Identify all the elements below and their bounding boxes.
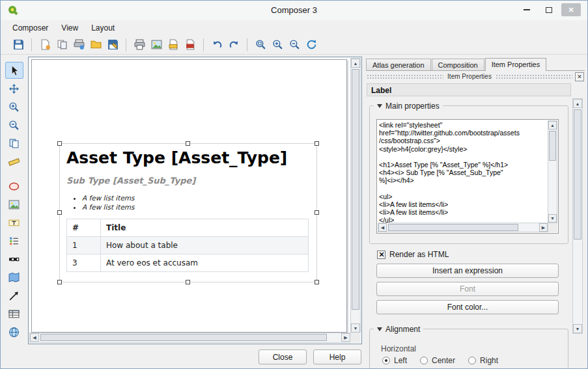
zoom-full-icon[interactable] [252, 36, 269, 53]
export-as-pdf-icon[interactable] [182, 36, 199, 53]
selection-handle-bottom[interactable] [186, 280, 190, 284]
zoom-out-tool-icon[interactable] [5, 116, 23, 133]
alignment-legend[interactable]: Alignment [374, 325, 423, 334]
alignment-title: Alignment [385, 325, 420, 334]
titlebar: Composer 3 [1, 1, 587, 20]
add-attribute-table-icon[interactable] [5, 305, 23, 322]
radio-right-label[interactable]: Right [480, 356, 498, 365]
scroll-left-arrow[interactable]: ◀ [378, 223, 387, 232]
scroll-up-arrow[interactable]: ▲ [351, 59, 360, 68]
menu-layout[interactable]: Layout [85, 21, 121, 35]
radio-center[interactable] [420, 357, 428, 364]
scroll-thumb[interactable] [40, 334, 327, 341]
dock-close-icon[interactable]: ✕ [575, 72, 584, 81]
scroll-thumb[interactable] [388, 224, 518, 231]
scroll-right-arrow[interactable]: ▶ [539, 223, 548, 232]
redo-icon[interactable] [225, 36, 242, 53]
export-as-svg-icon[interactable] [165, 36, 182, 53]
add-image-icon[interactable] [5, 196, 23, 213]
canvas-horizontal-scrollbar[interactable]: ◀ ▶ [29, 333, 351, 343]
tab-atlas-generation[interactable]: Atlas generation [366, 59, 431, 70]
selection-handle-right[interactable] [315, 210, 319, 215]
font-color-button[interactable]: Font color... [376, 300, 559, 314]
menu-view[interactable]: View [55, 21, 85, 35]
close-button[interactable]: Close [259, 349, 307, 364]
scroll-thumb[interactable] [574, 109, 581, 239]
scroll-right-arrow[interactable]: ▶ [341, 333, 350, 342]
new-composer-icon[interactable] [36, 36, 53, 53]
item-type-header: Label [367, 83, 571, 96]
scroll-down-arrow[interactable]: ▼ [548, 214, 557, 223]
tab-composition[interactable]: Composition [432, 59, 484, 70]
label-item[interactable]: Asset Type [Asset_Type] Sub Type [Asset_… [59, 143, 317, 282]
minimize-button[interactable] [517, 3, 537, 16]
panel-vertical-scrollbar[interactable]: ▲ ▼ [572, 98, 583, 334]
scroll-thumb[interactable] [549, 131, 556, 161]
duplicate-composer-icon[interactable] [53, 36, 70, 53]
export-as-image-icon[interactable] [148, 36, 165, 53]
minimize-icon [524, 9, 530, 10]
table-header-cell: Title [101, 219, 309, 237]
dock-title: Item Properties [443, 73, 496, 80]
rendered-heading: Asset Type [Asset_Type] [66, 148, 310, 167]
add-html-frame-icon[interactable] [5, 323, 23, 340]
help-button[interactable]: Help [313, 349, 361, 364]
paper-page: Asset Type [Asset_Type] Sub Type [Asset_… [31, 59, 347, 333]
ruler-icon[interactable] [5, 153, 23, 170]
editor-vertical-scrollbar[interactable]: ▲ ▼ [548, 120, 557, 223]
zoom-in-icon[interactable] [269, 36, 286, 53]
save-project-icon[interactable] [10, 36, 27, 53]
maximize-button[interactable] [539, 3, 559, 16]
selection-handle-left[interactable] [57, 210, 62, 215]
scroll-up-arrow[interactable]: ▲ [548, 121, 557, 130]
canvas-vertical-scrollbar[interactable]: ▲ ▼ [350, 58, 361, 333]
refresh-view-icon[interactable] [303, 36, 320, 53]
scroll-down-arrow[interactable]: ▼ [573, 324, 582, 333]
add-legend-icon[interactable] [5, 232, 23, 249]
radio-right[interactable] [468, 357, 476, 364]
composer-window: Composer 3 Composer View Layout [0, 0, 588, 369]
add-new-map-icon[interactable] [5, 269, 23, 286]
load-from-template-icon[interactable] [87, 36, 104, 53]
radio-left-label[interactable]: Left [394, 356, 407, 365]
select-move-item-icon[interactable] [5, 62, 23, 79]
selection-handle-bottom-left[interactable] [57, 280, 62, 284]
add-scalebar-icon[interactable] [5, 251, 23, 267]
insert-expression-button[interactable]: Insert an expression [376, 264, 559, 278]
scroll-down-arrow[interactable]: ▼ [351, 323, 360, 333]
render-as-html-checkbox[interactable] [377, 251, 385, 259]
scroll-left-arrow[interactable]: ◀ [30, 333, 39, 342]
scroll-thumb[interactable] [352, 69, 359, 310]
html-source-editor[interactable]: <link rel="stylesheet" href="http://twit… [376, 119, 559, 234]
add-ellipse-icon[interactable] [5, 178, 23, 195]
zoom-in-tool-icon[interactable] [5, 98, 23, 115]
rendered-subheading: Sub Type [Asset_Sub_Type] [66, 176, 310, 185]
add-arrow-icon[interactable] [5, 287, 23, 304]
selection-handle-top-right[interactable] [315, 141, 319, 146]
radio-center-label[interactable]: Center [432, 356, 455, 365]
selection-handle-top[interactable] [186, 141, 190, 146]
main-properties-legend[interactable]: Main properties [374, 102, 443, 111]
selection-handle-top-left[interactable] [57, 141, 62, 146]
editor-horizontal-scrollbar[interactable]: ◀ ▶ [378, 223, 548, 232]
tab-item-properties[interactable]: Item Properties [485, 58, 547, 71]
radio-left[interactable] [382, 357, 390, 364]
selection-handle-bottom-right[interactable] [315, 280, 319, 284]
composer-manager-icon[interactable] [70, 36, 87, 53]
add-label-icon[interactable] [5, 214, 23, 231]
html-source-text[interactable]: <link rel="stylesheet" href="http://twit… [379, 121, 547, 223]
undo-icon[interactable] [208, 36, 225, 53]
horizontal-label: Horizontal [381, 344, 416, 353]
table-cell: At vero eos et accusam [101, 254, 309, 272]
close-window-button[interactable] [561, 3, 581, 16]
composer-canvas[interactable]: Asset Type [Asset_Type] Sub Type [Asset_… [28, 57, 362, 344]
print-icon[interactable] [131, 36, 148, 53]
zoom-out-icon[interactable] [286, 36, 303, 53]
menu-composer[interactable]: Composer [6, 21, 55, 35]
move-item-content-icon[interactable] [5, 80, 23, 97]
horizontal-alignment-options: Left Center Right [382, 356, 507, 365]
duplicate-item-icon[interactable] [5, 135, 23, 152]
save-as-template-icon[interactable] [104, 36, 121, 53]
scroll-up-arrow[interactable]: ▲ [573, 99, 582, 108]
collapse-arrow-icon [377, 327, 382, 331]
